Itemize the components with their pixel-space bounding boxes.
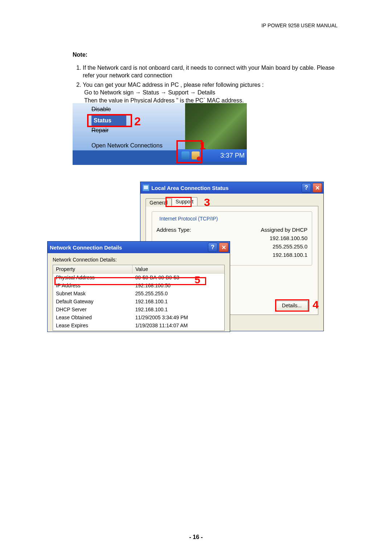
note-title: Note: (73, 51, 345, 59)
table-row: Lease Expires 1/19/2038 11:14:07 AM (53, 321, 224, 329)
value-mask: 255.255.255.0 (273, 243, 307, 250)
val: 192.168.100.1 (132, 297, 224, 305)
prop: DHCP Server (53, 305, 132, 313)
annotation-number-2: 2 (134, 115, 141, 128)
col-property: Property (53, 265, 132, 273)
close-button[interactable]: ✕ (219, 243, 228, 252)
val: 255.255.255.0 (132, 289, 224, 297)
annotation-number-3: 3 (204, 196, 210, 208)
value-address-type: Assigned by DHCP (261, 227, 307, 233)
annotation-box-status (87, 114, 132, 127)
annotation-number-5: 5 (195, 274, 200, 286)
figure-context-menu: Disable Status Repair Open Network Conne… (73, 103, 247, 165)
note-item-2-text: You can get your MAC address in PC , ple… (83, 82, 264, 88)
ctx-open-network-connections[interactable]: Open Network Connections (91, 142, 163, 149)
details-list-header: Property Value (53, 265, 224, 274)
page-number: - 16 - (0, 534, 392, 540)
value-gateway: 192.168.100.1 (273, 252, 307, 258)
prop: Lease Obtained (53, 313, 132, 321)
details-label: Network Connection Details: (53, 257, 225, 263)
table-row: Lease Obtained 11/29/2005 3:34:49 PM (53, 313, 224, 321)
table-row: Subnet Mask 255.255.255.0 (53, 289, 224, 297)
val: 1/19/2038 11:14:07 AM (132, 321, 224, 329)
tcpip-group-title: Internet Protocol (TCP/IP) (158, 216, 219, 222)
note-list: If the Network card is not onboard card,… (73, 64, 345, 105)
note-block: Note: If the Network card is not onboard… (73, 51, 345, 105)
annotation-number-4: 4 (313, 299, 319, 311)
page-header: IP POWER 9258 USER MANUAL (261, 23, 338, 28)
figure-dialogs: Local Area Connection Status ? ✕ General… (47, 182, 323, 334)
prop: Default Gateway (53, 297, 132, 305)
label-address-type: Address Type: (156, 227, 191, 233)
val: 11/29/2005 3:34:49 PM (132, 313, 224, 321)
prop: Subnet Mask (53, 289, 132, 297)
table-row: DHCP Server 192.168.100.1 (53, 305, 224, 313)
details-title-text: Network Connection Details (50, 244, 122, 251)
annotation-box-details (275, 299, 309, 312)
val: 192.168.100.1 (132, 305, 224, 313)
ctx-repair[interactable]: Repair (91, 127, 109, 134)
tray-clock: 3:37 PM (220, 149, 245, 162)
note-item-1: If the Network card is not onboard card,… (83, 64, 345, 80)
status-title-text: Local Area Connection Status (151, 185, 229, 191)
ctx-disable[interactable]: Disable (91, 106, 111, 113)
col-value: Value (132, 265, 224, 273)
details-titlebar: Network Connection Details ? ✕ (48, 242, 230, 253)
annotation-box-trayicon (176, 140, 203, 163)
row-ip: 192.168.100.50 (156, 235, 307, 241)
annotation-box-physical-address (54, 277, 206, 285)
note-item-2: You can get your MAC address in PC , ple… (83, 81, 345, 105)
help-button[interactable]: ? (302, 183, 311, 193)
network-icon (143, 185, 149, 191)
row-address-type: Address Type: Assigned by DHCP (156, 227, 307, 233)
close-button[interactable]: ✕ (313, 183, 322, 193)
table-row: Default Gateway 192.168.100.1 (53, 297, 224, 305)
annotation-number-1: 1 (200, 139, 206, 152)
prop: Lease Expires (53, 321, 132, 329)
note-item-2-sub-a: Go to Network sign → Status → Support → … (84, 89, 345, 97)
status-titlebar: Local Area Connection Status ? ✕ (140, 182, 323, 194)
help-button[interactable]: ? (208, 243, 217, 252)
annotation-box-support-tab (166, 197, 192, 207)
network-connection-details-window: Network Connection Details ? ✕ Network C… (47, 241, 230, 332)
value-ip: 192.168.100.50 (270, 235, 307, 241)
